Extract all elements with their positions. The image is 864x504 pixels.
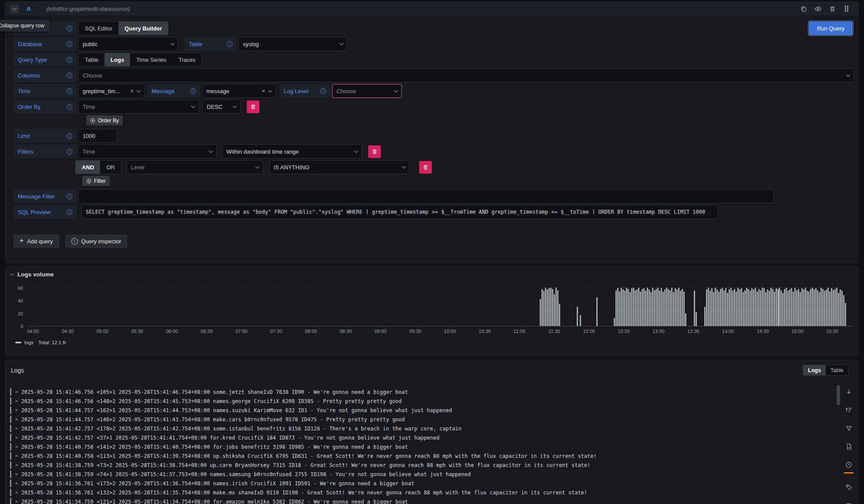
series-name[interactable]: logs [24,340,34,345]
expand-log-chevron-icon[interactable]: > [15,444,18,450]
clear-icon[interactable]: ✕ [130,88,134,94]
info-icon[interactable]: i [227,41,232,47]
logs-scrollbar[interactable] [837,385,840,405]
info-icon[interactable]: i [67,149,72,155]
info-icon[interactable]: i [67,194,72,199]
add-filter-button[interactable]: Filter [82,176,110,186]
logs-volume-plot[interactable] [28,284,853,326]
message-filter-label: Message Filter i [13,189,77,203]
duplicate-query-icon[interactable] [800,5,807,13]
query-builder-option[interactable]: Query Builder [118,22,168,35]
remove-filter1-button[interactable] [368,145,381,158]
scroll-to-bottom-icon[interactable] [845,388,853,396]
log-row[interactable]: >2025-05-28 15:41:44.757 <146>2 2025-05-… [6,415,858,424]
add-query-button[interactable]: + Add query [13,235,59,248]
hide-response-eye-icon[interactable] [814,5,822,13]
info-icon[interactable]: i [190,88,196,94]
info-icon[interactable]: i [67,26,72,31]
expand-log-chevron-icon[interactable]: > [15,480,18,486]
filter-or-option[interactable]: OR [100,161,121,174]
logs-view-option[interactable]: Logs [803,365,826,375]
expand-log-chevron-icon[interactable]: > [15,462,18,468]
info-icon[interactable]: i [67,104,72,110]
logs-volume-header[interactable]: Logs volume [6,267,858,278]
volume-bar [760,290,761,326]
columns-select[interactable]: Choose [78,68,854,82]
sql-editor-option[interactable]: SQL Editor [79,22,118,35]
info-icon[interactable]: i [67,73,72,78]
order-by-direction-select[interactable]: DESC [202,100,241,114]
volume-bar [812,288,813,326]
deduplication-filter-icon[interactable] [845,424,853,432]
add-order-by-button[interactable]: Order By [86,115,123,125]
database-label: Database i [13,37,77,51]
remove-filter2-button[interactable] [419,161,432,174]
expand-log-chevron-icon[interactable]: > [15,453,18,459]
wrap-lines-icon[interactable] [845,501,853,504]
expand-log-chevron-icon[interactable]: > [15,407,18,413]
order-by-field-select[interactable]: Time [78,100,199,114]
collapse-query-row-button[interactable] [10,4,19,13]
info-icon[interactable]: i [67,133,72,139]
log-row[interactable]: >2025-05-28 15:41:34.759 <121>1 2025-05-… [6,497,858,504]
log-row[interactable]: >2025-05-28 15:41:40.758 <141>2 2025-05-… [6,442,858,451]
log-row[interactable]: >2025-05-28 15:41:40.758 <113>1 2025-05-… [6,451,858,460]
expand-log-chevron-icon[interactable]: > [15,398,18,404]
query-type-logs-option[interactable]: Logs [104,53,130,66]
expand-log-chevron-icon[interactable]: > [15,435,18,440]
query-inspector-button[interactable]: i Query inspector [65,235,128,248]
message-filter-input[interactable] [78,189,774,203]
log-line-text: 2025-05-28 15:41:44.757 <146>2 2025-05-2… [21,417,405,423]
log-row[interactable]: >2025-05-28 15:41:36.761 <132>2 2025-05-… [6,488,858,497]
log-row[interactable]: >2025-05-28 15:41:46.756 <148>2 2025-05-… [6,396,858,406]
log-row[interactable]: >2025-05-28 15:41:42.757 <178>2 2025-05-… [6,424,858,433]
log-details-icon[interactable]: LOG [845,443,853,450]
message-column-select[interactable]: message ✕ [202,84,276,98]
remove-order-by-button[interactable] [247,101,259,113]
log-level-select[interactable]: Choose [332,84,402,98]
expand-log-chevron-icon[interactable]: > [15,471,18,477]
info-icon[interactable]: i [67,209,72,215]
time-column-select[interactable]: greptime_tim... ✕ [78,84,145,98]
log-level-indicator [10,397,11,405]
log-row[interactable]: >2025-05-28 15:41:46.756 <105>1 2025-05-… [6,387,858,396]
volume-bar [596,297,598,326]
filter-and-option[interactable]: AND [76,161,100,174]
database-select[interactable]: public [78,37,178,51]
chevron-down-icon [255,164,259,168]
delete-query-trash-icon[interactable] [828,5,836,13]
chevron-down-icon [10,272,14,275]
filter1-field-select[interactable]: Time [78,144,217,158]
info-icon[interactable]: i [67,88,72,94]
expand-log-chevron-icon[interactable]: > [15,490,18,495]
query-type-table-option[interactable]: Table [79,53,104,66]
info-icon[interactable]: i [67,57,72,63]
query-type-traces-option[interactable]: Traces [172,53,202,66]
table-select[interactable]: syslog [239,37,347,51]
expand-log-chevron-icon[interactable]: > [15,389,18,395]
info-icon[interactable]: i [320,88,326,94]
log-row[interactable]: >2025-05-28 15:41:38.759 <73>2 2025-05-2… [6,460,858,470]
expand-log-chevron-icon[interactable]: > [15,426,18,431]
show-time-icon[interactable] [845,461,853,469]
table-view-option[interactable]: Table [826,365,848,375]
drag-handle-icon[interactable] [843,5,851,13]
oldest-logs-first-icon[interactable] [845,406,853,414]
filter2-field-select[interactable]: Level [127,160,263,174]
filter2-operator-select[interactable]: IS ANYTHING [269,160,410,174]
log-row[interactable]: >2025-05-28 15:41:42.757 <37>1 2025-05-2… [6,433,858,442]
log-row[interactable]: >2025-05-28 15:41:44.757 <162>1 2025-05-… [6,406,858,415]
volume-bar [678,288,679,326]
log-line-text: 2025-05-28 15:41:42.757 <37>1 2025-05-28… [21,435,440,441]
run-query-button[interactable]: Run Query [809,22,852,35]
limit-input[interactable]: 1000 [78,129,118,143]
clear-icon[interactable]: ✕ [262,88,266,94]
expand-log-chevron-icon[interactable]: > [15,499,18,504]
log-row[interactable]: >2025-05-28 15:41:38.759 <74>1 2025-05-2… [6,470,858,479]
log-row[interactable]: >2025-05-28 15:41:36.761 <173>2 2025-05-… [6,479,858,488]
filter1-operator-select[interactable]: Within dashboard time range [222,144,362,158]
info-icon[interactable]: i [67,41,72,47]
unique-labels-icon[interactable] [845,483,853,491]
query-type-timeseries-option[interactable]: Time Series [130,53,172,66]
expand-log-chevron-icon[interactable]: > [15,417,18,422]
